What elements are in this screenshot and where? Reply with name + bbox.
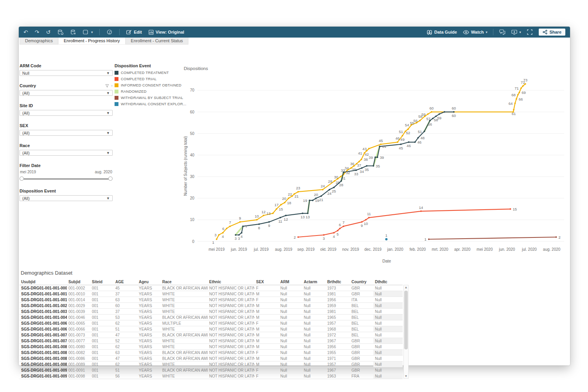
table-cell[interactable]: Null bbox=[373, 315, 403, 320]
revert-icon[interactable]: ↺ bbox=[46, 29, 50, 35]
table-cell[interactable]: BEL bbox=[350, 332, 373, 338]
data-point[interactable] bbox=[513, 109, 514, 111]
table-cell[interactable]: Null bbox=[279, 291, 302, 297]
table-cell[interactable]: 001 bbox=[90, 326, 114, 332]
table-cell[interactable]: BEL bbox=[350, 320, 373, 326]
table-cell[interactable]: 001-0073 bbox=[67, 332, 90, 338]
table-cell[interactable]: 001 bbox=[90, 291, 114, 297]
table-cell[interactable]: 1965 bbox=[326, 315, 350, 320]
table-cell[interactable]: Null bbox=[279, 356, 302, 361]
data-point[interactable] bbox=[407, 128, 409, 130]
table-cell[interactable]: M bbox=[255, 291, 279, 297]
table-cell[interactable]: 1967 bbox=[326, 367, 350, 373]
edit-button[interactable]: Edit bbox=[126, 29, 142, 35]
column-header-actarm[interactable]: Actarm bbox=[302, 279, 326, 285]
funnel-icon[interactable] bbox=[105, 84, 109, 88]
data-point[interactable] bbox=[373, 165, 374, 167]
data-point[interactable] bbox=[518, 92, 520, 93]
table-row[interactable]: SGS-DRG01-001-001-0010001-001000137YEARS… bbox=[20, 291, 403, 297]
table-cell[interactable]: Null bbox=[302, 350, 326, 356]
view-original-button[interactable]: View: Original bbox=[149, 30, 184, 35]
race-dropdown[interactable]: (All)▼ bbox=[20, 150, 113, 156]
table-cell[interactable]: SGS-DRG01-001-001-0098 bbox=[20, 373, 67, 379]
data-point[interactable] bbox=[520, 87, 522, 89]
table-cell[interactable]: SGS-DRG01-001-001-0014 bbox=[20, 297, 67, 303]
fullscreen-icon[interactable] bbox=[527, 29, 533, 35]
table-cell[interactable]: SGS-DRG01-001-001-0082 bbox=[20, 350, 67, 356]
table-cell[interactable]: NOT HISPANIC OR LATINO bbox=[208, 350, 255, 356]
table-cell[interactable]: F bbox=[255, 367, 279, 373]
table-cell[interactable]: Null bbox=[302, 338, 326, 344]
legend-item[interactable]: RANDOMIZED bbox=[115, 89, 181, 94]
table-cell[interactable]: WHITE bbox=[161, 338, 208, 344]
data-point[interactable] bbox=[333, 232, 335, 234]
data-point[interactable] bbox=[509, 208, 511, 210]
data-point[interactable] bbox=[375, 156, 376, 158]
table-cell[interactable]: 47 bbox=[114, 356, 137, 361]
table-cell[interactable]: Null bbox=[373, 309, 403, 315]
table-cell[interactable]: Null bbox=[302, 303, 326, 309]
table-cell[interactable]: YEARS bbox=[137, 285, 161, 291]
table-cell[interactable]: M bbox=[255, 344, 279, 350]
table-cell[interactable]: 1963 bbox=[326, 373, 350, 379]
table-cell[interactable]: Null bbox=[302, 320, 326, 326]
table-cell[interactable]: BLACK OR AFRICAN AMER.. bbox=[161, 367, 208, 373]
scroll-up-icon[interactable]: ▲ bbox=[404, 286, 408, 289]
table-cell[interactable]: SGS-DRG01-001-001-0046 bbox=[20, 315, 67, 320]
table-cell[interactable]: 001 bbox=[90, 320, 114, 326]
undo-icon[interactable]: ↶ bbox=[23, 29, 28, 35]
data-point[interactable] bbox=[343, 172, 344, 173]
table-cell[interactable]: 63 bbox=[114, 297, 137, 303]
data-point[interactable] bbox=[419, 120, 421, 121]
table-cell[interactable]: WHITE bbox=[161, 361, 208, 367]
data-point[interactable] bbox=[423, 131, 425, 132]
filter-menu-caret-icon[interactable]: ▾ bbox=[111, 84, 113, 88]
table-cell[interactable]: M bbox=[255, 356, 279, 361]
data-point[interactable] bbox=[431, 111, 432, 113]
data-point[interactable] bbox=[402, 135, 403, 137]
data-point[interactable] bbox=[339, 228, 341, 229]
table-cell[interactable]: 001-0010 bbox=[67, 291, 90, 297]
table-row[interactable]: SGS-DRG01-001-001-0080001-008000162YEARS… bbox=[20, 344, 403, 350]
data-point[interactable] bbox=[333, 187, 335, 188]
data-point[interactable] bbox=[241, 232, 242, 234]
comments-icon[interactable] bbox=[499, 29, 506, 35]
scrollbar-thumb[interactable] bbox=[404, 291, 408, 349]
table-cell[interactable]: Null bbox=[302, 344, 326, 350]
table-cell[interactable]: NOT HISPANIC OR LATINO bbox=[208, 332, 255, 338]
data-guide-button[interactable]: Data Guide bbox=[427, 30, 457, 35]
table-cell[interactable]: NOT HISPANIC OR LATINO bbox=[208, 344, 255, 350]
table-cell[interactable]: Null bbox=[302, 332, 326, 338]
data-point[interactable] bbox=[453, 111, 455, 113]
column-header-sex[interactable]: SEX bbox=[255, 279, 279, 285]
table-cell[interactable]: Null bbox=[279, 338, 302, 344]
data-point[interactable] bbox=[226, 228, 228, 229]
table-cell[interactable]: SGS-DRG01-001-001-0089 bbox=[20, 361, 67, 367]
data-point[interactable] bbox=[323, 234, 324, 236]
table-cell[interactable]: 001-0082 bbox=[67, 350, 90, 356]
table-row[interactable]: SGS-DRG01-001-001-0073001-007300147YEARS… bbox=[20, 332, 403, 338]
table-cell[interactable]: WHITE bbox=[161, 373, 208, 379]
data-point[interactable] bbox=[432, 118, 434, 119]
table-cell[interactable]: BEL bbox=[350, 315, 373, 320]
table-cell[interactable]: Null bbox=[302, 285, 326, 291]
data-point[interactable] bbox=[312, 200, 314, 201]
table-cell[interactable]: GBR bbox=[350, 291, 373, 297]
data-point[interactable] bbox=[428, 238, 430, 240]
data-point[interactable] bbox=[368, 217, 370, 218]
table-cell[interactable]: 1956 bbox=[326, 344, 350, 350]
data-point[interactable] bbox=[379, 146, 380, 147]
data-point[interactable] bbox=[298, 236, 299, 238]
data-point[interactable] bbox=[516, 98, 517, 100]
table-cell[interactable]: Null bbox=[373, 350, 403, 356]
data-point[interactable] bbox=[309, 200, 310, 201]
data-point[interactable] bbox=[288, 198, 289, 199]
column-header-dthdtc[interactable]: Dthdtc bbox=[373, 279, 403, 285]
table-cell[interactable]: SGS-DRG01-001-001-0010 bbox=[20, 291, 67, 297]
table-cell[interactable]: 52 bbox=[114, 338, 137, 344]
data-point[interactable] bbox=[298, 191, 299, 192]
table-cell[interactable]: SGS-DRG01-001-001-0080 bbox=[20, 344, 67, 350]
table-cell[interactable]: Null bbox=[279, 303, 302, 309]
table-cell[interactable]: BLACK OR AFRICAN AMER.. bbox=[161, 350, 208, 356]
table-cell[interactable]: 001 bbox=[90, 297, 114, 303]
